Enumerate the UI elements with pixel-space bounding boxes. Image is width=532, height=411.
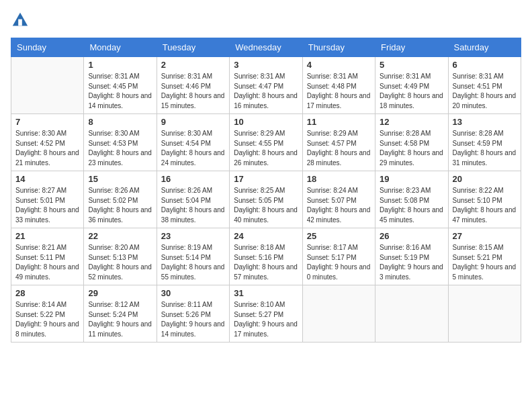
day-number: 1: [88, 60, 152, 70]
calendar-cell: 24Sunrise: 8:18 AM Sunset: 5:16 PM Dayli…: [230, 228, 302, 285]
day-number: 26: [380, 231, 443, 241]
day-number: 29: [88, 288, 152, 298]
calendar-week-row: 7Sunrise: 8:30 AM Sunset: 4:52 PM Daylig…: [11, 114, 521, 171]
calendar-cell: 11Sunrise: 8:29 AM Sunset: 4:57 PM Dayli…: [302, 114, 375, 171]
day-info: Sunrise: 8:14 AM Sunset: 5:22 PM Dayligh…: [15, 300, 79, 339]
calendar-week-row: 14Sunrise: 8:27 AM Sunset: 5:01 PM Dayli…: [11, 171, 521, 228]
day-number: 10: [234, 117, 298, 127]
day-number: 30: [161, 288, 225, 298]
svg-rect-1: [18, 19, 22, 26]
calendar-cell: 14Sunrise: 8:27 AM Sunset: 5:01 PM Dayli…: [11, 171, 84, 228]
day-info: Sunrise: 8:26 AM Sunset: 5:02 PM Dayligh…: [88, 186, 152, 225]
day-number: 9: [161, 117, 225, 127]
day-number: 22: [88, 231, 152, 241]
day-info: Sunrise: 8:11 AM Sunset: 5:26 PM Dayligh…: [161, 300, 225, 339]
day-number: 24: [234, 231, 298, 241]
calendar-week-row: 21Sunrise: 8:21 AM Sunset: 5:11 PM Dayli…: [11, 228, 521, 285]
col-header-wednesday: Wednesday: [230, 38, 302, 57]
day-number: 25: [307, 231, 371, 241]
col-header-sunday: Sunday: [11, 38, 84, 57]
calendar-cell: 8Sunrise: 8:30 AM Sunset: 4:53 PM Daylig…: [84, 114, 157, 171]
calendar-cell: 22Sunrise: 8:20 AM Sunset: 5:13 PM Dayli…: [84, 228, 157, 285]
day-number: 3: [234, 60, 298, 70]
calendar-cell: 15Sunrise: 8:26 AM Sunset: 5:02 PM Dayli…: [84, 171, 157, 228]
calendar-cell: 4Sunrise: 8:31 AM Sunset: 4:48 PM Daylig…: [302, 57, 375, 114]
calendar-cell: [448, 285, 521, 342]
calendar-week-row: 1Sunrise: 8:31 AM Sunset: 4:45 PM Daylig…: [11, 57, 521, 114]
calendar-cell: 12Sunrise: 8:28 AM Sunset: 4:58 PM Dayli…: [375, 114, 448, 171]
day-info: Sunrise: 8:19 AM Sunset: 5:14 PM Dayligh…: [161, 243, 225, 282]
day-info: Sunrise: 8:31 AM Sunset: 4:48 PM Dayligh…: [307, 72, 371, 111]
calendar-cell: 23Sunrise: 8:19 AM Sunset: 5:14 PM Dayli…: [157, 228, 229, 285]
day-number: 21: [15, 231, 79, 241]
day-number: 27: [453, 231, 517, 241]
day-number: 17: [234, 174, 298, 184]
calendar-cell: 31Sunrise: 8:10 AM Sunset: 5:27 PM Dayli…: [230, 285, 302, 342]
calendar-cell: 16Sunrise: 8:26 AM Sunset: 5:04 PM Dayli…: [157, 171, 229, 228]
day-info: Sunrise: 8:24 AM Sunset: 5:07 PM Dayligh…: [307, 186, 371, 225]
day-info: Sunrise: 8:21 AM Sunset: 5:11 PM Dayligh…: [15, 243, 79, 282]
day-number: 15: [88, 174, 152, 184]
calendar-cell: 1Sunrise: 8:31 AM Sunset: 4:45 PM Daylig…: [84, 57, 157, 114]
calendar-cell: 13Sunrise: 8:28 AM Sunset: 4:59 PM Dayli…: [448, 114, 521, 171]
day-number: 13: [453, 117, 517, 127]
calendar-cell: 3Sunrise: 8:31 AM Sunset: 4:47 PM Daylig…: [230, 57, 302, 114]
day-number: 8: [88, 117, 152, 127]
calendar-cell: 27Sunrise: 8:15 AM Sunset: 5:21 PM Dayli…: [448, 228, 521, 285]
day-info: Sunrise: 8:12 AM Sunset: 5:24 PM Dayligh…: [88, 300, 152, 339]
calendar-cell: 17Sunrise: 8:25 AM Sunset: 5:05 PM Dayli…: [230, 171, 302, 228]
day-info: Sunrise: 8:22 AM Sunset: 5:10 PM Dayligh…: [453, 186, 517, 225]
calendar-cell: 21Sunrise: 8:21 AM Sunset: 5:11 PM Dayli…: [11, 228, 84, 285]
day-info: Sunrise: 8:17 AM Sunset: 5:17 PM Dayligh…: [307, 243, 371, 282]
calendar-week-row: 28Sunrise: 8:14 AM Sunset: 5:22 PM Dayli…: [11, 285, 521, 342]
calendar-cell: 7Sunrise: 8:30 AM Sunset: 4:52 PM Daylig…: [11, 114, 84, 171]
calendar-cell: 10Sunrise: 8:29 AM Sunset: 4:55 PM Dayli…: [230, 114, 302, 171]
calendar-cell: 30Sunrise: 8:11 AM Sunset: 5:26 PM Dayli…: [157, 285, 229, 342]
day-number: 31: [234, 288, 298, 298]
day-number: 20: [453, 174, 517, 184]
day-info: Sunrise: 8:31 AM Sunset: 4:49 PM Dayligh…: [380, 72, 443, 111]
calendar: SundayMondayTuesdayWednesdayThursdayFrid…: [11, 38, 521, 342]
day-info: Sunrise: 8:23 AM Sunset: 5:08 PM Dayligh…: [380, 186, 443, 225]
day-info: Sunrise: 8:31 AM Sunset: 4:47 PM Dayligh…: [234, 72, 298, 111]
calendar-cell: 20Sunrise: 8:22 AM Sunset: 5:10 PM Dayli…: [448, 171, 521, 228]
day-info: Sunrise: 8:31 AM Sunset: 4:46 PM Dayligh…: [161, 72, 225, 111]
calendar-cell: 25Sunrise: 8:17 AM Sunset: 5:17 PM Dayli…: [302, 228, 375, 285]
day-info: Sunrise: 8:10 AM Sunset: 5:27 PM Dayligh…: [234, 300, 298, 339]
calendar-cell: 19Sunrise: 8:23 AM Sunset: 5:08 PM Dayli…: [375, 171, 448, 228]
day-info: Sunrise: 8:15 AM Sunset: 5:21 PM Dayligh…: [453, 243, 517, 282]
calendar-cell: 18Sunrise: 8:24 AM Sunset: 5:07 PM Dayli…: [302, 171, 375, 228]
calendar-cell: [11, 57, 84, 114]
day-info: Sunrise: 8:31 AM Sunset: 4:51 PM Dayligh…: [453, 72, 517, 111]
day-number: 12: [380, 117, 443, 127]
col-header-friday: Friday: [375, 38, 448, 57]
col-header-thursday: Thursday: [302, 38, 375, 57]
col-header-monday: Monday: [84, 38, 157, 57]
day-info: Sunrise: 8:30 AM Sunset: 4:52 PM Dayligh…: [15, 129, 79, 168]
day-number: 28: [15, 288, 79, 298]
day-info: Sunrise: 8:26 AM Sunset: 5:04 PM Dayligh…: [161, 186, 225, 225]
day-info: Sunrise: 8:31 AM Sunset: 4:45 PM Dayligh…: [88, 72, 152, 111]
day-info: Sunrise: 8:29 AM Sunset: 4:57 PM Dayligh…: [307, 129, 371, 168]
day-number: 19: [380, 174, 443, 184]
col-header-tuesday: Tuesday: [157, 38, 229, 57]
day-info: Sunrise: 8:30 AM Sunset: 4:53 PM Dayligh…: [88, 129, 152, 168]
calendar-cell: 29Sunrise: 8:12 AM Sunset: 5:24 PM Dayli…: [84, 285, 157, 342]
calendar-cell: 28Sunrise: 8:14 AM Sunset: 5:22 PM Dayli…: [11, 285, 84, 342]
day-info: Sunrise: 8:20 AM Sunset: 5:13 PM Dayligh…: [88, 243, 152, 282]
day-number: 14: [15, 174, 79, 184]
day-number: 6: [453, 60, 517, 70]
day-info: Sunrise: 8:27 AM Sunset: 5:01 PM Dayligh…: [15, 186, 79, 225]
day-info: Sunrise: 8:16 AM Sunset: 5:19 PM Dayligh…: [380, 243, 443, 282]
logo: [11, 11, 32, 30]
day-info: Sunrise: 8:28 AM Sunset: 4:59 PM Dayligh…: [453, 129, 517, 168]
calendar-cell: 5Sunrise: 8:31 AM Sunset: 4:49 PM Daylig…: [375, 57, 448, 114]
calendar-cell: 9Sunrise: 8:30 AM Sunset: 4:54 PM Daylig…: [157, 114, 229, 171]
day-number: 4: [307, 60, 371, 70]
day-number: 18: [307, 174, 371, 184]
col-header-saturday: Saturday: [448, 38, 521, 57]
day-number: 11: [307, 117, 371, 127]
calendar-cell: 6Sunrise: 8:31 AM Sunset: 4:51 PM Daylig…: [448, 57, 521, 114]
logo-icon: [11, 11, 30, 30]
day-info: Sunrise: 8:30 AM Sunset: 4:54 PM Dayligh…: [161, 129, 225, 168]
